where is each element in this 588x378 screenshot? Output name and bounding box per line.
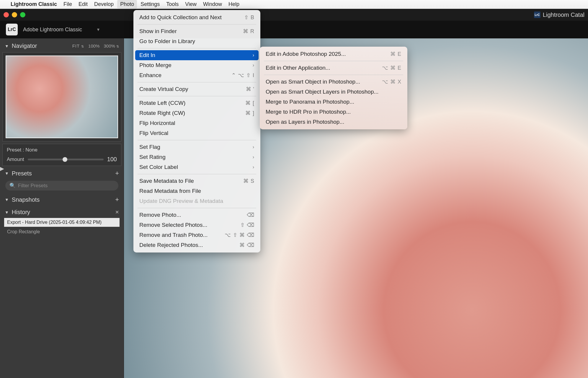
minimize-button[interactable] — [12, 12, 17, 17]
menu-item-label: Photo Merge — [139, 62, 172, 69]
menu-item[interactable]: Remove Photo...⌫ — [133, 210, 260, 220]
menu-item[interactable]: Rotate Left (CCW)⌘ [ — [133, 98, 260, 108]
menu-item[interactable]: Edit In› — [135, 50, 259, 60]
menubar-develop[interactable]: Develop — [94, 1, 114, 7]
menu-item[interactable]: Rotate Right (CW)⌘ ] — [133, 108, 260, 118]
catalog-icon: LrC — [534, 12, 540, 18]
menu-item[interactable]: Read Metadata from File — [133, 186, 260, 196]
menu-shortcut: ⌃ ⌥ ⇧ I — [231, 72, 254, 79]
menu-item-label: Edit In — [139, 52, 155, 58]
menu-separator — [264, 61, 403, 61]
menu-item[interactable]: Save Metadata to File⌘ S — [133, 176, 260, 186]
menu-separator — [138, 82, 256, 82]
menubar-edit[interactable]: Edit — [79, 1, 88, 7]
menubar-view[interactable]: View — [185, 1, 197, 7]
disclosure-triangle-icon[interactable]: ▼ — [5, 44, 9, 48]
edit-in-submenu: Edit in Adobe Photoshop 2025...⌘ EEdit i… — [260, 47, 407, 129]
menu-item-label: Remove Photo... — [139, 212, 181, 218]
menu-separator — [138, 24, 256, 25]
menu-separator — [138, 48, 256, 48]
menubar-photo[interactable]: Photo — [117, 0, 137, 9]
disclosure-triangle-icon[interactable]: ▼ — [5, 210, 9, 215]
catalog-title: Lightroom Catal — [543, 12, 584, 18]
menu-item[interactable]: Remove Selected Photos...⇧ ⌫ — [133, 220, 260, 230]
panel-collapse-icon[interactable]: ▶ — [0, 165, 4, 172]
menubar-help[interactable]: Help — [228, 1, 239, 7]
updown-icon[interactable]: ⇅ — [116, 45, 119, 48]
menu-item[interactable]: Add to Quick Collection and Next⇧ B — [133, 12, 260, 22]
menu-item[interactable]: Set Rating› — [133, 152, 260, 162]
zoom-300[interactable]: 300% ⇅ — [104, 43, 119, 48]
menu-item-label: Open as Smart Object in Photoshop... — [266, 79, 360, 85]
menu-item-label: Save Metadata to File — [139, 178, 194, 184]
menu-item-label: Open as Smart Object Layers in Photoshop… — [266, 89, 378, 95]
clear-history-button[interactable]: ✕ — [115, 209, 119, 215]
menu-separator — [138, 140, 256, 140]
amount-slider[interactable] — [28, 159, 104, 160]
menu-item[interactable]: Go to Folder in Library — [133, 36, 260, 46]
menubar-file[interactable]: File — [63, 1, 72, 7]
menubar-app[interactable]: Lightroom Classic — [11, 1, 57, 7]
menu-item-label: Delete Rejected Photos... — [139, 242, 203, 248]
menu-shortcut: ⇧ ⌫ — [240, 222, 254, 228]
menu-item[interactable]: Flip Vertical — [133, 128, 260, 138]
menu-item[interactable]: Photo Merge› — [133, 60, 260, 70]
traffic-lights — [4, 12, 25, 17]
zoom-fit[interactable]: FIT ⇅ — [72, 43, 84, 48]
menu-item-label: Merge to Panorama in Photoshop... — [266, 99, 354, 105]
menu-item-label: Go to Folder in Library — [139, 38, 195, 45]
menu-item[interactable]: Set Color Label› — [133, 162, 260, 172]
close-button[interactable] — [4, 12, 9, 17]
menu-item-label: Set Rating — [139, 154, 166, 160]
menu-item[interactable]: Create Virtual Copy⌘ ' — [133, 84, 260, 94]
preset-amount-box: Preset : None Amount 100 — [2, 144, 121, 166]
menu-shortcut: ⌥ ⇧ ⌘ ⌫ — [225, 232, 254, 238]
menu-item[interactable]: Merge to HDR Pro in Photoshop... — [260, 107, 407, 117]
history-row[interactable]: Crop Rectangle — [4, 227, 120, 236]
presets-title: Presets — [12, 170, 32, 177]
app-name-label: Adobe Lightroom Classic — [23, 27, 82, 33]
navigator-title: Navigator — [12, 43, 37, 49]
menu-item[interactable]: Enhance⌃ ⌥ ⇧ I — [133, 70, 260, 80]
add-preset-button[interactable]: + — [115, 170, 119, 177]
menu-item[interactable]: Edit in Other Application...⌥ ⌘ E — [260, 63, 407, 73]
module-dropdown-icon[interactable]: ▼ — [96, 27, 100, 32]
lrc-badge-icon: LrC — [6, 24, 18, 35]
menu-shortcut: ⇧ B — [244, 14, 254, 21]
menubar-window[interactable]: Window — [203, 1, 222, 7]
amount-value: 100 — [107, 156, 117, 163]
menu-item[interactable]: Flip Horizontal — [133, 118, 260, 128]
menubar-tools[interactable]: Tools — [166, 1, 179, 7]
menu-item-label: Remove Selected Photos... — [139, 222, 207, 228]
updown-icon[interactable]: ⇅ — [81, 45, 84, 48]
menu-item[interactable]: Set Flag› — [133, 142, 260, 152]
window-titlebar: LrC Lightroom Catal — [0, 9, 588, 21]
filter-presets-input[interactable]: 🔍 Filter Presets — [5, 181, 118, 190]
zoom-100[interactable]: 100% — [88, 43, 99, 48]
menu-item[interactable]: Open as Smart Object in Photoshop...⌥ ⌘ … — [260, 77, 407, 87]
menu-item[interactable]: Show in Finder⌘ R — [133, 26, 260, 36]
menubar-settings[interactable]: Settings — [141, 1, 160, 7]
menu-item[interactable]: Open as Layers in Photoshop... — [260, 117, 407, 127]
zoom-button[interactable] — [20, 12, 25, 17]
menu-item-label: Create Virtual Copy — [139, 86, 188, 92]
left-panel: ▼ Navigator FIT ⇅ 100% 300% ⇅ Preset : N… — [0, 38, 124, 378]
menu-item[interactable]: Remove and Trash Photo...⌥ ⇧ ⌘ ⌫ — [133, 230, 260, 240]
menu-item[interactable]: Open as Smart Object Layers in Photoshop… — [260, 87, 407, 97]
add-snapshot-button[interactable]: + — [115, 196, 119, 203]
menu-item[interactable]: Merge to Panorama in Photoshop... — [260, 97, 407, 107]
menu-item-label: Remove and Trash Photo... — [139, 232, 208, 238]
menu-shortcut: ⌘ S — [243, 178, 254, 184]
disclosure-triangle-icon[interactable]: ▼ — [5, 171, 9, 176]
chevron-right-icon: › — [253, 154, 254, 160]
menu-item[interactable]: Delete Rejected Photos...⌘ ⌫ — [133, 240, 260, 250]
navigator-thumbnail[interactable] — [6, 56, 118, 138]
slider-knob[interactable] — [63, 157, 67, 162]
menu-item-label: Edit in Adobe Photoshop 2025... — [266, 51, 346, 57]
snapshots-title: Snapshots — [12, 196, 40, 203]
chevron-right-icon: › — [253, 144, 254, 150]
history-row[interactable]: Export - Hard Drive (2025-01-05 4:09:42 … — [4, 218, 120, 227]
disclosure-triangle-icon[interactable]: ▼ — [5, 197, 9, 202]
menu-item[interactable]: Edit in Adobe Photoshop 2025...⌘ E — [260, 49, 407, 59]
navigator-thumb-frame — [2, 52, 121, 141]
